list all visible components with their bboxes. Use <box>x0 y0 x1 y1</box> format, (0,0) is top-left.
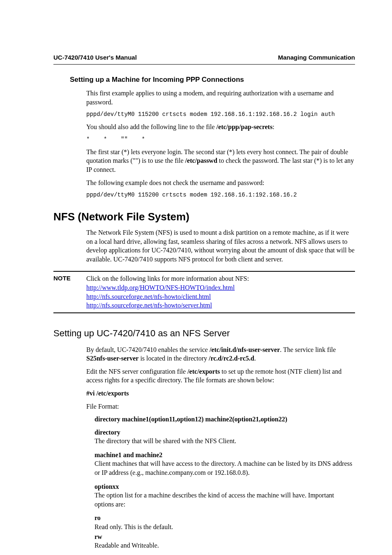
running-header-right: Managing Communication <box>278 53 355 62</box>
text: By default, UC-7420/7410 enables the ser… <box>86 346 210 353</box>
paragraph: Edit the NFS server configuration file /… <box>86 367 355 385</box>
definition-block: directory machine1(option11,option12) ma… <box>95 415 355 550</box>
note-link-1[interactable]: http://www.tldp.org/HOWTO/NFS-HOWTO/inde… <box>86 284 235 291</box>
file-path: /rc.d/rc2.d-rc5.d <box>209 355 254 362</box>
definition-item: directory The directory that will be sha… <box>95 428 355 446</box>
code-block: * * "" * <box>86 136 355 143</box>
note-link-3[interactable]: http://nfs.sourceforge.net/nfs-howto/ser… <box>86 302 212 309</box>
section-heading-nfs: NFS (Network File System) <box>53 210 355 224</box>
running-header: UC-7420/7410 User's Manual Managing Comm… <box>53 53 355 62</box>
file-name: S25nfs-user-server <box>86 355 138 362</box>
definition-desc: Read only. This is the default. <box>95 523 173 530</box>
definition-item: ro Read only. This is the default. <box>95 513 355 531</box>
running-header-left: UC-7420/7410 User's Manual <box>53 53 137 62</box>
definition-item: rw Readable and Writeable. <box>95 532 355 550</box>
definition-term: ro <box>95 514 101 521</box>
text: : <box>272 123 274 130</box>
definition-desc: The directory that will be shared with t… <box>95 437 236 444</box>
definition-term: directory <box>95 429 120 436</box>
header-rule <box>53 64 355 65</box>
section-nfs-server-body: By default, UC-7420/7410 enables the ser… <box>86 345 355 411</box>
text: directory machine1(option11,option12) ma… <box>95 416 287 423</box>
text: Edit the NFS server configuration file <box>86 368 187 375</box>
note-label: NOTE <box>53 274 86 310</box>
definition-term: optionxx <box>95 483 119 490</box>
file-path: /etc/init.d/nfs-user-server <box>210 346 280 353</box>
file-path: /etc/passwd <box>185 157 217 164</box>
code-block: pppd/dev/ttyM0 115200 crtscts modem 192.… <box>86 191 355 199</box>
file-path: /etc/ppp/pap-secrets <box>217 123 273 130</box>
text: . The service link file <box>280 346 336 353</box>
text: You should also add the following line t… <box>86 123 217 130</box>
code-block: pppd/dev/ttyM0 115200 crtscts modem 192.… <box>86 111 355 118</box>
note-box: NOTE Click on the following links for mo… <box>53 271 355 313</box>
definition-term: rw <box>95 533 102 540</box>
paragraph: The first star (*) lets everyone login. … <box>86 148 355 174</box>
format-line: directory machine1(option11,option12) ma… <box>95 415 355 424</box>
definition-item: optionxx The option list for a machine d… <box>95 482 355 509</box>
subsection-heading-ppp: Setting up a Machine for Incoming PPP Co… <box>70 75 355 85</box>
definition-desc: The option list for a machine describes … <box>95 492 334 508</box>
paragraph: You should also add the following line t… <box>86 123 355 132</box>
text: . <box>254 355 256 362</box>
text: #vi /etc/exports <box>86 390 129 397</box>
subsection-heading-nfs-server: Setting up UC-7420/7410 as an NFS Server <box>53 327 355 340</box>
paragraph: The following example does not check the… <box>86 178 355 187</box>
note-link-2[interactable]: http://nfs.sourceforge.net/nfs-howto/cli… <box>86 293 211 300</box>
label: File Format: <box>86 402 355 411</box>
text: is located in the directory <box>138 355 209 362</box>
paragraph: This first example applies to using a mo… <box>86 89 355 106</box>
note-body: Click on the following links for more in… <box>86 274 355 310</box>
definition-desc: Client machines that will have access to… <box>95 460 352 476</box>
page: UC-7420/7410 User's Manual Managing Comm… <box>0 0 392 555</box>
definition-item: machine1 and machine2 Client machines th… <box>95 451 355 477</box>
file-path: /etc/exports <box>187 368 220 375</box>
definition-term: machine1 and machine2 <box>95 451 162 458</box>
note-intro: Click on the following links for more in… <box>86 274 355 283</box>
paragraph: The Network File System (NFS) is used to… <box>86 228 355 264</box>
definition-desc: Readable and Writeable. <box>95 542 159 549</box>
command-line: #vi /etc/exports <box>86 389 355 398</box>
paragraph: By default, UC-7420/7410 enables the ser… <box>86 345 355 363</box>
section-nfs-body: The Network File System (NFS) is used to… <box>86 228 355 264</box>
section-ppp-body: This first example applies to using a mo… <box>86 89 355 199</box>
